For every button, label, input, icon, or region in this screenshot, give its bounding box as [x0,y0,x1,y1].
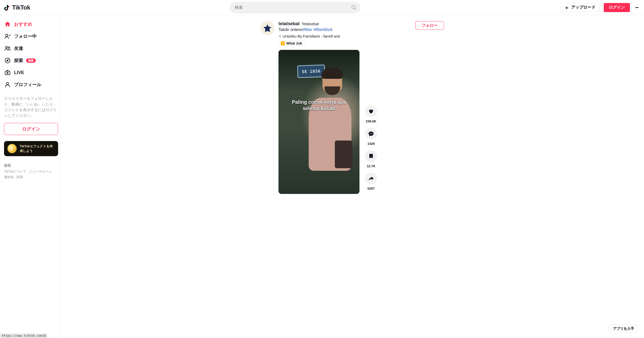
create-effect-card[interactable]: TikTokエフェクトを作成しよう [4,141,58,156]
more-menu-button[interactable] [634,3,640,12]
sidebar-item-profile[interactable]: プロフィール [2,79,60,91]
search-button[interactable] [347,2,360,13]
search-box[interactable] [230,2,360,13]
sidebar-item-live[interactable]: LIVE [2,66,60,79]
music-note-icon: ♫ [278,34,281,38]
svg-point-1 [6,46,7,48]
svg-point-7 [371,133,371,134]
upload-button[interactable]: ＋ アップロード [560,3,600,12]
post-header: telatsebat Telatsebat Takdir onlenn#filt… [260,21,444,46]
sidebar-footer: 会社 TikTokについて ニュースルーム 連絡先 採用 [4,163,58,179]
svg-point-6 [370,133,370,134]
effect-chip[interactable]: What Job [278,40,304,46]
header: TikTok ＋ アップロード ログイン [0,0,644,15]
logo-text: TikTok [12,4,30,11]
home-icon [4,21,11,28]
caption-text: Takdir onlenn [278,27,302,32]
search-icon [351,5,357,10]
page: おすすめ フォロー中 友達 探索 最新 LIVE [0,0,644,204]
share-count: 5297 [368,187,375,190]
license-plate-prop: SE 1056 [297,64,325,78]
footer-link[interactable]: 連絡先 [4,175,14,179]
post-meta: telatsebat Telatsebat Takdir onlenn#filt… [278,21,411,46]
sidebar-item-label: LIVE [14,70,24,75]
sidebar-item-label: プロフィール [14,82,41,88]
share-icon [368,176,374,182]
friends-icon [4,45,11,52]
comment-count: 1429 [368,142,375,146]
footer-link[interactable]: 採用 [16,175,23,179]
share-button[interactable] [365,173,377,185]
action-bar: 238.6K 1429 12.7K 5297 [365,105,377,194]
sidebar-item-foryou[interactable]: おすすめ [2,18,60,30]
browser-status-url: https://www.tiktok.com/@ [0,333,48,338]
caption: Takdir onlenn#filter #filtertiktok [278,27,411,32]
star-icon [263,23,272,33]
save-count: 12.7K [367,164,376,168]
music-title: Untukku By Farrellarie - farrell arie [283,34,340,38]
sidebar-item-label: 探索 [14,57,23,63]
video-overlay-text: Paling cocok kerja apa selesai kuliah [278,99,359,112]
bookmark-icon [368,153,374,159]
comment-button[interactable] [365,128,377,140]
effect-chip-label: What Job [286,41,302,45]
sidebar-item-friends[interactable]: 友達 [2,42,60,54]
svg-point-8 [372,133,372,134]
username[interactable]: telatsebat [278,21,300,26]
sparkle-icon [281,41,285,45]
svg-point-5 [7,82,9,85]
like-button[interactable] [365,105,377,117]
get-app-button[interactable]: アプリを入手 [608,324,639,333]
heart-icon [368,108,374,114]
svg-point-2 [8,47,10,48]
like-count: 238.6K [366,119,376,123]
hashtag-link[interactable]: #filter [302,27,312,32]
footer-link[interactable]: TikTokについて [4,169,26,174]
sidebar-item-following[interactable]: フォロー中 [2,30,60,42]
effect-card-label: TikTokエフェクトを作成しよう [20,144,55,153]
kebab-dot-icon [637,7,638,8]
search-container [230,2,360,13]
display-name[interactable]: Telatsebat [302,22,319,26]
sidebar-item-label: フォロー中 [14,33,37,39]
search-separator [346,4,346,11]
svg-point-0 [6,34,8,36]
effect-house-icon [8,144,17,153]
follow-button[interactable]: フォロー [415,21,444,30]
header-actions: ＋ アップロード ログイン [560,3,640,12]
new-badge: 最新 [26,58,36,63]
sidebar-login-hint: クリエイターをフォローしたり、動画に「いいね」したり、コメントを表示するにはログ… [4,96,58,118]
person-head [323,69,342,94]
login-button-header[interactable]: ログイン [604,3,630,12]
tiktok-logo-icon [4,4,11,11]
hashtag-link[interactable]: #filtertiktok [313,27,333,32]
search-input[interactable] [235,5,344,10]
profile-icon [4,81,11,88]
live-icon [4,69,11,76]
sidebar-item-label: おすすめ [14,21,32,27]
save-button[interactable] [365,150,377,162]
main-feed: telatsebat Telatsebat Takdir onlenn#filt… [60,15,644,204]
logo[interactable]: TikTok [4,4,30,11]
music-link[interactable]: ♫ Untukku By Farrellarie - farrell arie [278,34,411,38]
footer-link[interactable]: ニュースルーム [29,169,52,174]
login-button-sidebar[interactable]: ログイン [4,123,58,135]
sidebar-item-label: 友達 [14,45,23,51]
sidebar: おすすめ フォロー中 友達 探索 最新 LIVE [0,15,60,338]
compass-icon [4,57,11,64]
avatar[interactable] [260,21,274,35]
comment-icon [368,131,374,137]
video-row: SE 1056 Paling cocok kerja apa selesai k… [278,50,444,194]
video-player[interactable]: SE 1056 Paling cocok kerja apa selesai k… [278,50,359,194]
video-post: telatsebat Telatsebat Takdir onlenn#filt… [260,21,444,194]
upload-label: アップロード [571,5,595,10]
sidebar-item-explore[interactable]: 探索 最新 [2,54,60,66]
following-icon [4,33,11,40]
plus-icon: ＋ [564,5,569,10]
footer-section-title: 会社 [4,163,58,168]
